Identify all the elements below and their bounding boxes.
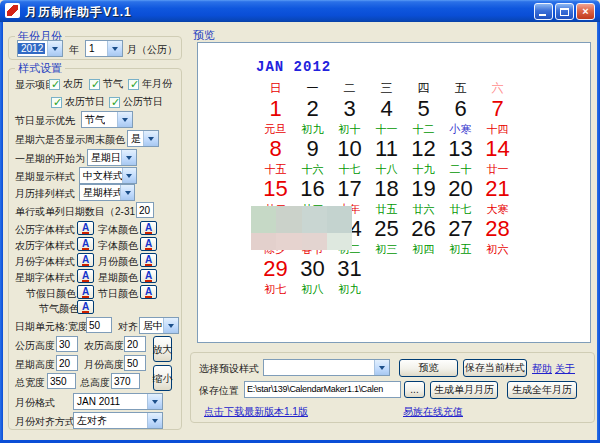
year-select[interactable]: 2012	[17, 40, 63, 57]
holiday-color-button[interactable]: A	[77, 285, 94, 299]
cell-align-select[interactable]: 居中	[139, 317, 179, 334]
mosaic-cell	[276, 233, 301, 250]
week-font-button[interactable]: A	[77, 269, 94, 283]
mosaic-cell	[302, 206, 327, 233]
week-color-button[interactable]: A	[140, 269, 157, 283]
festival-priority-select[interactable]: 节气	[81, 111, 133, 128]
solar-font-button[interactable]: A	[77, 221, 94, 235]
preset-style-select[interactable]	[263, 359, 390, 376]
cell-width-input[interactable]: 50	[86, 317, 112, 333]
day-number-cell: 5	[405, 97, 442, 123]
recharge-link[interactable]: 易族在线充值	[403, 405, 463, 419]
solar-color-button[interactable]: A	[140, 221, 157, 235]
total-height-input[interactable]: 370	[111, 373, 140, 389]
day-number-cell: 7	[479, 97, 516, 123]
saturday-weekend-select[interactable]: 是	[127, 130, 159, 147]
checkbox-year-month[interactable]: 年月份	[128, 77, 172, 91]
save-style-button[interactable]: 保存当前样式	[463, 359, 527, 377]
censored-mosaic	[251, 206, 352, 250]
year-value: 2012	[18, 43, 45, 54]
day-number-cell: 1	[257, 97, 294, 123]
zoom-in-button[interactable]: 放大	[153, 336, 172, 362]
day-number-cell: 13	[442, 137, 479, 163]
checkbox-lunar[interactable]: 农历	[49, 77, 83, 91]
lunar-label-cell: 元旦	[257, 123, 294, 137]
zoom-out-button[interactable]: 缩小	[153, 365, 172, 391]
combo-arrow-icon[interactable]	[47, 41, 62, 56]
month-format-select[interactable]: JAN 2011	[73, 393, 163, 410]
lunar-label-cell: 十一	[368, 123, 405, 137]
generate-month-button[interactable]: 生成单月月历	[430, 381, 498, 399]
cell-align-label: 对齐	[118, 320, 138, 334]
festival-color-button[interactable]: A	[140, 285, 157, 299]
maximize-button[interactable]	[555, 3, 574, 20]
month-format-label: 月份格式	[15, 396, 55, 410]
mosaic-cell	[251, 206, 276, 233]
festival-priority-value: 节气	[82, 113, 105, 127]
day-number-cell: 30	[294, 257, 331, 283]
download-link[interactable]: 点击下载最新版本1.1版	[204, 405, 308, 419]
solar-height-input[interactable]: 30	[56, 336, 78, 352]
generate-year-button[interactable]: 生成全年月历	[507, 381, 577, 399]
lunar-font-button[interactable]: A	[77, 237, 94, 251]
lunar-label-cell: 十六	[294, 163, 331, 177]
lunar-label-cell: 初十	[331, 123, 368, 137]
combo-arrow-icon[interactable]	[120, 185, 134, 200]
combo-arrow-icon[interactable]	[147, 394, 162, 409]
combo-arrow-icon[interactable]	[163, 318, 178, 333]
combo-arrow-icon[interactable]	[117, 112, 132, 127]
save-path-input[interactable]: E:\star\139\CalendarMaker1.1\Calen	[244, 381, 401, 398]
checkbox-lunar-festival[interactable]: 农历节日	[51, 95, 105, 109]
close-button[interactable]: ×	[576, 3, 595, 20]
minimize-button[interactable]	[534, 3, 553, 20]
combo-arrow-icon[interactable]	[143, 131, 158, 146]
style-settings-caption: 样式设置	[15, 61, 65, 76]
help-link[interactable]: 帮助	[532, 362, 552, 376]
month-font-button[interactable]: A	[77, 253, 94, 267]
month-height-input[interactable]: 50	[124, 355, 146, 371]
lunar-label-cell: 廿六	[405, 203, 442, 217]
font-a-icon: A	[145, 255, 152, 266]
checkbox-label: 公历节日	[123, 95, 163, 109]
combo-arrow-icon[interactable]	[121, 150, 136, 165]
preview-caption: 预览	[193, 28, 215, 43]
lunar-label-cell: 初三	[368, 243, 405, 257]
day-number-cell	[405, 257, 442, 283]
browse-button[interactable]: ...	[404, 381, 425, 398]
month-align-value: 左对齐	[74, 414, 107, 428]
combo-arrow-icon[interactable]	[107, 41, 122, 56]
cell-align-value: 居中	[140, 319, 163, 333]
month-align-select[interactable]: 左对齐	[73, 412, 163, 429]
saturday-weekend-label: 星期六是否显示周末颜色	[15, 133, 125, 147]
week-display-style-select[interactable]: 中文样式	[79, 167, 137, 184]
week-display-style-label: 星期显示样式	[15, 170, 75, 184]
checkbox-solar-term[interactable]: 节气	[89, 77, 123, 91]
weekday-header-cell: 五	[442, 80, 479, 97]
month-select[interactable]: 1	[85, 40, 123, 57]
lunar-color-button[interactable]: A	[140, 237, 157, 251]
solar-term-color-button[interactable]: A	[77, 300, 94, 314]
combo-arrow-icon[interactable]	[147, 413, 162, 428]
weekday-header-cell: 六	[479, 80, 516, 97]
maximize-icon	[560, 8, 569, 16]
day-number-cell: 4	[368, 97, 405, 123]
week-start-select[interactable]: 星期日	[87, 149, 137, 166]
day-number-cell: 21	[479, 177, 516, 203]
about-link[interactable]: 关于	[555, 362, 575, 376]
week-height-input[interactable]: 20	[56, 355, 78, 371]
preview-canvas: JAN 2012 日一二三四五六1234567元旦初九初十十一十二小寒十四891…	[197, 42, 591, 343]
lunar-height-input[interactable]: 20	[124, 336, 146, 352]
checkbox-solar-festival[interactable]: 公历节日	[109, 95, 163, 109]
day-number-cell: 3	[331, 97, 368, 123]
month-color-button[interactable]: A	[140, 253, 157, 267]
bottom-panel: 选择预设样式 预览 保存当前样式 帮助 关于 保存位置 E:\star\139\…	[190, 352, 595, 423]
font-a-icon: A	[82, 223, 89, 234]
layout-style-select[interactable]: 星期样式	[79, 184, 135, 201]
total-width-input[interactable]: 350	[47, 373, 76, 389]
combo-arrow-icon[interactable]	[122, 168, 136, 183]
combo-arrow-icon[interactable]	[374, 360, 389, 375]
day-number-cell: 31	[331, 257, 368, 283]
day-number-cell: 12	[405, 137, 442, 163]
dates-per-line-input[interactable]: 20	[136, 202, 154, 218]
preview-button[interactable]: 预览	[399, 359, 458, 377]
